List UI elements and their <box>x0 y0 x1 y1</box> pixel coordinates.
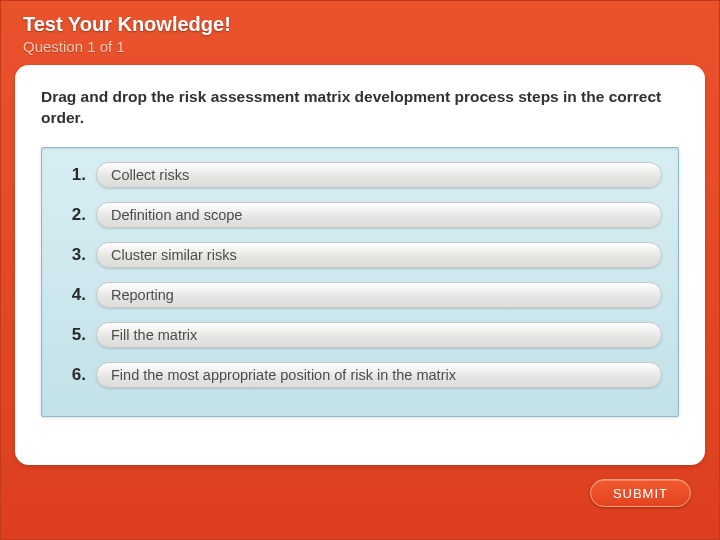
order-number: 4. <box>56 285 86 305</box>
draggable-item[interactable]: Cluster similar risks <box>96 242 662 268</box>
order-row: 1. Collect risks <box>56 162 662 188</box>
draggable-item[interactable]: Reporting <box>96 282 662 308</box>
footer: SUBMIT <box>1 465 719 507</box>
order-row: 6. Find the most appropriate position of… <box>56 362 662 388</box>
submit-button[interactable]: SUBMIT <box>590 479 691 507</box>
order-number: 6. <box>56 365 86 385</box>
question-card: Drag and drop the risk assessment matrix… <box>15 65 705 465</box>
order-number: 2. <box>56 205 86 225</box>
quiz-header: Test Your Knowledge! Question 1 of 1 <box>1 1 719 65</box>
question-progress: Question 1 of 1 <box>23 38 697 55</box>
quiz-title: Test Your Knowledge! <box>23 13 697 36</box>
order-row: 5. Fill the matrix <box>56 322 662 348</box>
draggable-item[interactable]: Collect risks <box>96 162 662 188</box>
order-row: 4. Reporting <box>56 282 662 308</box>
order-number: 1. <box>56 165 86 185</box>
drag-drop-panel: 1. Collect risks 2. Definition and scope… <box>41 147 679 417</box>
draggable-item[interactable]: Fill the matrix <box>96 322 662 348</box>
order-row: 2. Definition and scope <box>56 202 662 228</box>
order-number: 5. <box>56 325 86 345</box>
draggable-item[interactable]: Find the most appropriate position of ri… <box>96 362 662 388</box>
order-row: 3. Cluster similar risks <box>56 242 662 268</box>
order-number: 3. <box>56 245 86 265</box>
question-instruction: Drag and drop the risk assessment matrix… <box>41 87 679 129</box>
draggable-item[interactable]: Definition and scope <box>96 202 662 228</box>
